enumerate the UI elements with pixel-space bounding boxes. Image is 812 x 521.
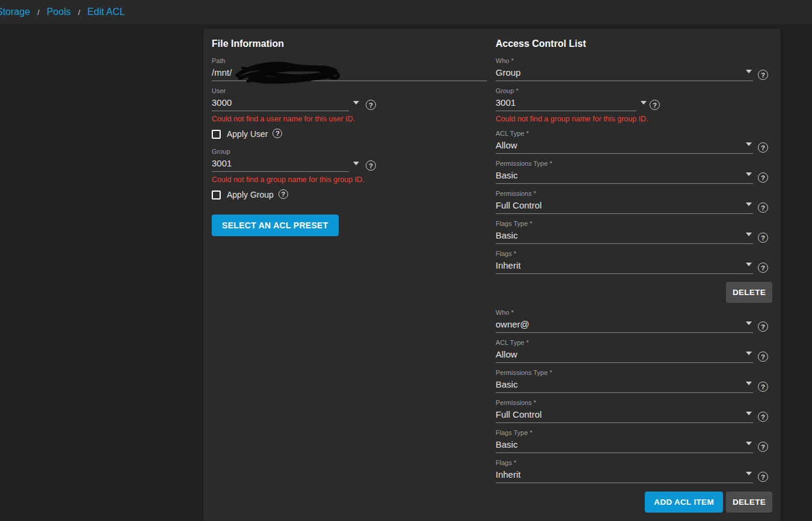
who-select[interactable]: owner@: [496, 319, 753, 333]
help-icon[interactable]: [366, 100, 376, 110]
help-icon[interactable]: [650, 100, 660, 110]
user-error: Could not find a user name for this user…: [212, 115, 487, 124]
access-control-list-section: Access Control List Who * Group Group * …: [496, 38, 772, 521]
path-input[interactable]: /mnt/: [212, 67, 487, 81]
who-select[interactable]: Group: [496, 67, 753, 81]
field-label: Flags Type *: [496, 220, 772, 228]
help-icon[interactable]: [758, 70, 768, 80]
chevron-down-icon: [746, 70, 752, 73]
flags-select[interactable]: Inherit: [496, 469, 753, 483]
help-icon[interactable]: [758, 412, 768, 422]
user-select[interactable]: 3000: [212, 97, 349, 111]
acl-field-who: Who * owner@: [496, 309, 772, 333]
acl-field-group: Group * 3001 Could not find a group name…: [496, 87, 772, 124]
help-icon[interactable]: [758, 263, 768, 273]
field-value: owner@: [496, 319, 529, 329]
chevron-down-icon: [746, 321, 752, 325]
field-label: Permissions *: [496, 399, 772, 407]
user-field: User 3000 Could not find a user name for…: [212, 87, 487, 139]
field-label: Flags *: [496, 459, 772, 467]
help-icon[interactable]: [278, 189, 288, 199]
acl-field-permissions: Permissions * Full Control: [496, 399, 772, 423]
chevron-down-icon: [746, 472, 752, 475]
field-label: Permissions *: [496, 190, 772, 198]
path-field: Path /mnt/: [212, 57, 487, 81]
help-icon[interactable]: [758, 321, 768, 332]
breadcrumb-edit-acl: Edit ACL: [87, 7, 125, 17]
permissions-type-select[interactable]: Basic: [496, 379, 753, 393]
chevron-down-icon: [353, 101, 359, 105]
field-label: Who *: [496, 57, 772, 65]
apply-user-row: Apply User: [212, 129, 487, 139]
flags-select[interactable]: Inherit: [496, 260, 753, 274]
acl-type-select[interactable]: Allow: [496, 140, 753, 154]
field-value: Basic: [496, 230, 518, 240]
flags-type-select[interactable]: Basic: [496, 439, 753, 453]
permissions-select[interactable]: Full Control: [496, 200, 753, 214]
delete-acl-item-button[interactable]: DELETE: [726, 282, 772, 303]
acl-field-acl-type: ACL Type * Allow: [496, 130, 772, 154]
apply-group-checkbox[interactable]: [212, 190, 221, 200]
group-error: Could not find a group name for this gro…: [212, 175, 487, 184]
field-label: Group *: [496, 87, 772, 95]
chevron-down-icon: [746, 442, 752, 445]
add-acl-item-button[interactable]: ADD ACL ITEM: [645, 492, 723, 513]
chevron-down-icon: [641, 101, 647, 105]
field-value: Inherit: [496, 260, 521, 270]
apply-group-row: Apply Group: [212, 189, 487, 200]
acl-field-permissions: Permissions * Full Control: [496, 190, 772, 214]
help-icon[interactable]: [758, 472, 768, 482]
group-label: Group: [212, 148, 487, 156]
acl-field-flags: Flags * Inherit: [496, 459, 772, 483]
acl-field-permissions-type: Permissions Type * Basic: [496, 369, 772, 393]
field-value: Basic: [496, 439, 518, 449]
apply-group-label: Apply Group: [227, 190, 274, 200]
acl-field-flags-type: Flags Type * Basic: [496, 429, 772, 453]
field-value: 3001: [496, 97, 515, 108]
apply-user-checkbox[interactable]: [212, 130, 221, 139]
chevron-down-icon: [746, 203, 752, 206]
field-label: Permissions Type *: [496, 160, 772, 168]
help-icon[interactable]: [758, 172, 768, 183]
help-icon[interactable]: [758, 203, 768, 213]
field-value: Full Control: [496, 200, 542, 210]
acl-entry-0-actions: DELETE: [496, 282, 772, 303]
breadcrumb-separator: /: [37, 8, 40, 17]
field-label: Flags Type *: [496, 429, 772, 437]
user-label: User: [212, 87, 487, 95]
breadcrumb-storage[interactable]: Storage: [0, 7, 30, 17]
group-field: Group 3001 Could not find a group name f…: [212, 148, 487, 200]
file-information-section: File Information Path /mnt/ User: [212, 38, 487, 521]
acl-field-flags-type: Flags Type * Basic: [496, 220, 772, 244]
permissions-type-select[interactable]: Basic: [496, 170, 753, 184]
help-icon[interactable]: [758, 442, 768, 452]
group-select[interactable]: 3001: [212, 158, 349, 172]
chevron-down-icon: [746, 352, 752, 355]
permissions-select[interactable]: Full Control: [496, 409, 753, 423]
help-icon[interactable]: [272, 129, 282, 138]
select-acl-preset-button[interactable]: SELECT AN ACL PRESET: [212, 215, 339, 236]
group-value: 3001: [212, 158, 232, 168]
help-icon[interactable]: [758, 142, 768, 153]
help-icon[interactable]: [758, 233, 768, 243]
help-icon[interactable]: [366, 160, 376, 171]
breadcrumb-separator: /: [78, 8, 81, 17]
field-label: Who *: [496, 309, 772, 317]
help-icon[interactable]: [758, 352, 768, 362]
chevron-down-icon: [746, 412, 752, 415]
acl-field-acl-type: ACL Type * Allow: [496, 339, 772, 363]
field-value: Inherit: [496, 469, 521, 480]
acl-group-select[interactable]: 3001: [496, 97, 636, 111]
help-icon[interactable]: [758, 382, 768, 392]
acl-type-select[interactable]: Allow: [496, 349, 753, 363]
breadcrumb: Storage / Pools / Edit ACL: [0, 0, 812, 24]
field-value: Basic: [496, 379, 518, 389]
field-label: ACL Type *: [496, 339, 772, 347]
delete-acl-item-button[interactable]: DELETE: [726, 492, 772, 513]
chevron-down-icon: [746, 263, 752, 266]
file-information-title: File Information: [212, 38, 487, 49]
flags-type-select[interactable]: Basic: [496, 230, 753, 244]
acl-field-permissions-type: Permissions Type * Basic: [496, 160, 772, 184]
field-label: Flags *: [496, 250, 772, 258]
breadcrumb-pools[interactable]: Pools: [47, 7, 71, 17]
